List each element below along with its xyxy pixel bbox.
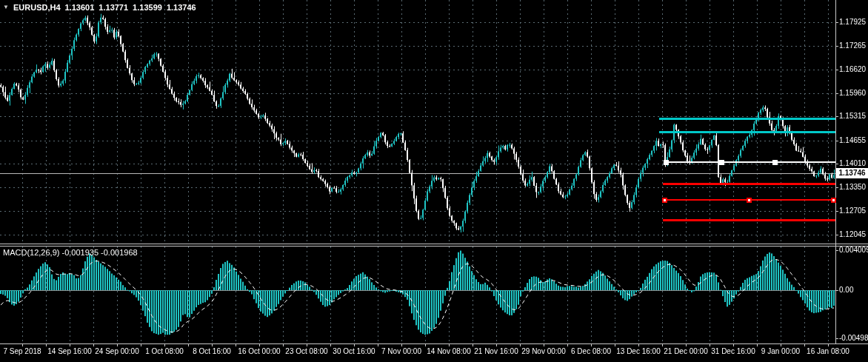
white-trendline-selected-handle[interactable]	[772, 160, 778, 165]
time-axis-label: 16 Oct 00:00	[238, 347, 280, 355]
price-axis-label: 1.12705	[839, 207, 866, 215]
time-axis-label: 7 Nov 00:00	[381, 347, 421, 355]
white-trendline-selected[interactable]	[664, 161, 835, 163]
time-axis-label: 13 Dec 16:00	[616, 347, 661, 355]
red-trendline-selected-handle[interactable]	[747, 198, 752, 203]
white-trendline-selected-handle[interactable]	[664, 160, 669, 165]
time-axis-label: 23 Oct 08:00	[285, 347, 327, 355]
price-axis-label: 1.15960	[839, 89, 866, 98]
macd-axis-label: 0.00	[839, 286, 853, 295]
time-axis-label: 14 Nov 08:00	[427, 347, 471, 355]
time-axis-label: 31 Dec 16:00	[711, 347, 755, 355]
price-axis-label: 1.16620	[839, 65, 866, 74]
white-trendline-selected-handle[interactable]	[719, 160, 724, 165]
low-value: 1.13599	[133, 3, 162, 12]
time-axis-label: 8 Oct 16:00	[193, 347, 231, 355]
macd-axis-label: 0.004009	[839, 246, 868, 255]
open-value: 1.13601	[65, 3, 95, 12]
teal-resistance-line-upper[interactable]	[659, 118, 835, 120]
macd-indicator-label: MACD(12,26,9) -0.001935 -0.001968	[3, 248, 138, 257]
time-axis-label: 21 Nov 16:00	[474, 347, 518, 355]
price-axis-label: 1.12045	[839, 230, 866, 239]
price-axis-label: 1.17925	[839, 18, 866, 27]
macd-axis-label: -0.00498	[839, 334, 868, 343]
price-axis-label: 1.14010	[839, 159, 866, 168]
time-axis-label: 6 Dec 08:00	[571, 347, 611, 355]
time-axis-label: 14 Sep 16:00	[47, 347, 92, 355]
chart-canvas[interactable]	[0, 0, 868, 362]
teal-resistance-line-lower[interactable]	[659, 131, 835, 133]
close-value: 1.13746	[167, 3, 196, 12]
chart-window: ▼ EURUSD,H41.136011.137711.135991.13746 …	[0, 0, 868, 362]
price-axis-label: 1.17265	[839, 41, 866, 50]
time-axis-label: 30 Oct 16:00	[333, 347, 375, 355]
current-price-badge: 1.13746	[836, 168, 868, 178]
red-support-line-1[interactable]	[663, 183, 835, 185]
price-axis-label: 1.15315	[839, 112, 866, 121]
red-trendline-selected-handle[interactable]	[662, 198, 667, 203]
symbol-period-label: EURUSD,H4	[13, 3, 61, 12]
red-support-line-2[interactable]	[663, 219, 835, 221]
time-axis-label: 9 Jan 00:00	[761, 347, 800, 355]
red-trendline-selected-handle[interactable]	[831, 198, 836, 203]
high-value: 1.13771	[99, 3, 128, 12]
price-axis-label: 1.13350	[839, 183, 866, 192]
time-axis-label: 16 Jan 08:00	[807, 347, 849, 355]
time-axis-label: 24 Sep 00:00	[95, 347, 139, 355]
price-axis-label: 1.14655	[839, 136, 866, 145]
time-axis-label: 21 Dec 00:00	[664, 347, 708, 355]
time-axis-label: 29 Nov 00:00	[521, 347, 566, 355]
symbol-dropdown-icon[interactable]: ▼	[3, 4, 9, 10]
ohlc-header: EURUSD,H41.136011.137711.135991.13746	[13, 3, 201, 12]
time-axis-label: 1 Oct 08:00	[145, 347, 184, 355]
time-axis-label: 7 Sep 2018	[3, 347, 41, 355]
